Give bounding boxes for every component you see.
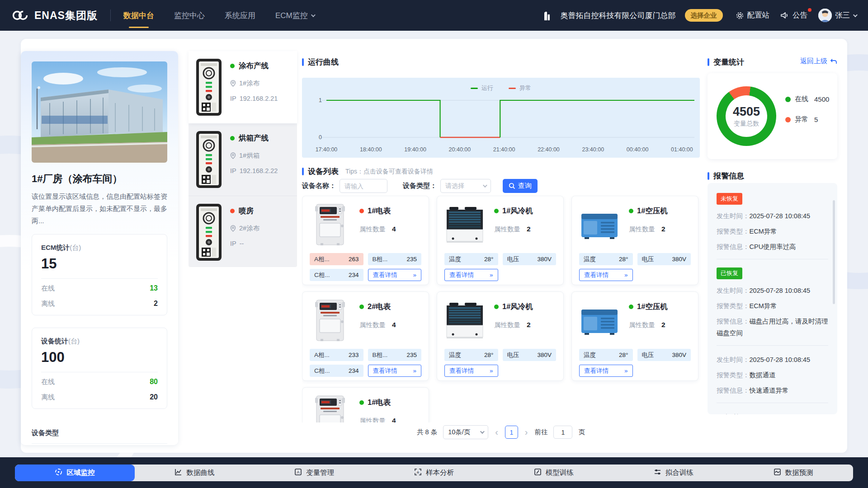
view-detail-button[interactable]: 查看详情»	[579, 365, 633, 377]
bottom-tab-variable[interactable]: A变量管理	[255, 465, 374, 481]
config-station-button[interactable]: 配置站	[736, 10, 770, 20]
chevron-down-icon	[853, 13, 858, 17]
location-pin-icon	[230, 225, 236, 232]
ecm-list-item[interactable]: 涂布产线 1#涂布 IP192.168.2.21	[189, 51, 297, 123]
fit-icon	[654, 468, 661, 478]
section-accent-bar	[302, 58, 304, 66]
bottom-tab-fit[interactable]: 拟合训练	[613, 465, 733, 481]
attribute-chip: B相...235	[368, 253, 422, 265]
device-card[interactable]: 1#电表 属性数量4	[302, 387, 429, 422]
ecm-stats-card: ECM统计(台) 15 在线13 离线2	[32, 234, 167, 315]
bottom-tab-sample[interactable]: A样本分析	[374, 465, 494, 481]
legend-item: 异常	[509, 84, 531, 92]
donut-center: 4505 变量总数	[726, 95, 767, 137]
notification-dot	[808, 8, 811, 12]
ecm-name: 喷房	[239, 206, 254, 216]
model-icon	[534, 468, 542, 478]
status-dot	[494, 209, 499, 213]
device-card[interactable]: 1#风冷机 属性数量2 温度28°电压380V查看详情»	[437, 196, 564, 285]
device-name: 1#电表	[368, 206, 391, 216]
view-detail-button[interactable]: 查看详情»	[368, 365, 422, 377]
return-arrow-icon	[830, 58, 837, 65]
status-dot	[230, 209, 235, 213]
per-page-select[interactable]: 10条/页	[443, 425, 488, 439]
ecm-location: 1#烘箱	[239, 151, 259, 160]
attribute-count: 属性数量4	[359, 225, 396, 234]
goto-page-input[interactable]	[553, 426, 572, 439]
device-name: 1#风冷机	[502, 206, 533, 216]
scrollbar-thumb[interactable]	[833, 200, 835, 304]
device-card[interactable]: 1#空压机 属性数量2 温度28°电压380V查看详情»	[571, 291, 698, 381]
page-suffix: 页	[578, 428, 585, 436]
goto-label: 前往	[534, 428, 547, 436]
top-navbar: ENAS集团版 数据中台 监控中心 系统应用 ECM监控 奥普拓自控科技有限公司…	[0, 0, 868, 31]
divider	[717, 403, 828, 403]
variable-donut-chart: 4505 变量总数	[717, 86, 776, 146]
status-dot	[629, 209, 633, 213]
bottom-tab-model[interactable]: 模型训练	[494, 465, 613, 481]
location-pin-icon	[230, 152, 236, 159]
ecm-total: 15	[41, 256, 158, 272]
nav-item[interactable]: ECM监控	[275, 0, 314, 31]
chevron-down-icon	[483, 183, 487, 188]
ecm-list-item[interactable]: 烘箱产线 1#烘箱 IP192.168.2.22	[189, 123, 297, 196]
view-detail-button[interactable]: 查看详情»	[368, 269, 422, 281]
nav-item[interactable]: 系统应用	[225, 0, 255, 31]
device-name-input[interactable]	[340, 179, 387, 193]
status-dot	[359, 209, 364, 213]
attribute-count: 属性数量2	[629, 321, 668, 329]
page-number-button[interactable]: 1	[505, 426, 518, 439]
bottom-tab-predict[interactable]: 数据预测	[733, 465, 853, 481]
bottom-tab-radar[interactable]: 区域监控	[15, 465, 135, 481]
ecm-list-item[interactable]: 喷房 2#涂布 IP--	[189, 196, 297, 268]
view-detail-button[interactable]: 查看详情»	[579, 269, 633, 281]
alert-item: 发生时间：2025-07-28 10:08:45	[717, 411, 828, 414]
svg-text:00:40:00: 00:40:00	[627, 146, 649, 153]
search-icon	[509, 183, 515, 189]
variable-icon: A	[294, 468, 302, 478]
chevron-down-icon	[480, 429, 485, 434]
svg-text:18:40:00: 18:40:00	[360, 146, 382, 153]
alarm-content: 未恢复发生时间：2025-07-28 10:08:45报警类型：ECM异常报警信…	[717, 193, 828, 414]
device-card[interactable]: 1#电表 属性数量4 A相...263B相...235C相...234查看详情»	[302, 196, 429, 285]
meter-image	[314, 203, 346, 247]
nav-item[interactable]: 监控中心	[174, 0, 205, 31]
user-menu[interactable]: 张三	[818, 9, 856, 22]
attribute-count: 属性数量2	[494, 225, 533, 234]
device-name: 1#空压机	[637, 206, 668, 216]
view-detail-button[interactable]: 查看详情»	[444, 365, 498, 377]
device-card[interactable]: 2#电表 属性数量4 A相...233B相...235C相...234查看详情»	[302, 291, 429, 381]
status-dot	[359, 305, 364, 309]
radar-icon	[55, 468, 62, 478]
svg-text:0: 0	[319, 134, 322, 141]
ecm-ip: --	[240, 240, 244, 247]
run-curve-header: 运行曲线	[302, 57, 339, 67]
alert-item: 未恢复发生时间：2025-07-28 10:08:45报警类型：ECM异常报警信…	[717, 193, 828, 253]
app-logo: ENAS集团版	[12, 9, 98, 23]
chevron-down-icon	[311, 13, 316, 17]
variable-stats-card: 4505 变量总数 在线4500异常5	[708, 73, 837, 159]
logo-text: ENAS集团版	[34, 9, 98, 23]
attribute-chip: B相...235	[368, 349, 422, 361]
enas-logo-icon	[12, 9, 29, 21]
compressor-image	[580, 306, 619, 336]
device-total: 100	[41, 349, 158, 366]
prev-page-button[interactable]: ‹	[494, 427, 499, 437]
nav-item[interactable]: 数据中台	[123, 0, 154, 31]
svg-text:1: 1	[319, 97, 322, 103]
device-card[interactable]: 1#风冷机 属性数量2 温度28°电压380V查看详情»	[437, 291, 564, 381]
ecm-device-list: 涂布产线 1#涂布 IP192.168.2.21 烘箱产线 1#烘箱	[189, 51, 297, 267]
select-company-button[interactable]: 选择企业	[685, 9, 723, 22]
announcement-button[interactable]: 公告	[780, 10, 807, 20]
config-station-label: 配置站	[747, 10, 770, 20]
next-page-button[interactable]: ›	[524, 427, 529, 437]
device-card[interactable]: 1#空压机 属性数量2 温度28°电压380V查看详情»	[571, 196, 698, 285]
search-button[interactable]: 查询	[503, 179, 538, 193]
view-detail-button[interactable]: 查看详情»	[444, 269, 498, 281]
ecm-offline-row: 离线2	[41, 296, 158, 311]
nav-divider	[110, 9, 111, 21]
device-type-select[interactable]: 请选择	[440, 179, 491, 193]
bottom-tab-line-chart[interactable]: 数据曲线	[135, 465, 255, 481]
ecm-ip: 192.168.2.22	[240, 167, 278, 174]
back-to-parent-link[interactable]: 返回上级	[800, 57, 837, 66]
